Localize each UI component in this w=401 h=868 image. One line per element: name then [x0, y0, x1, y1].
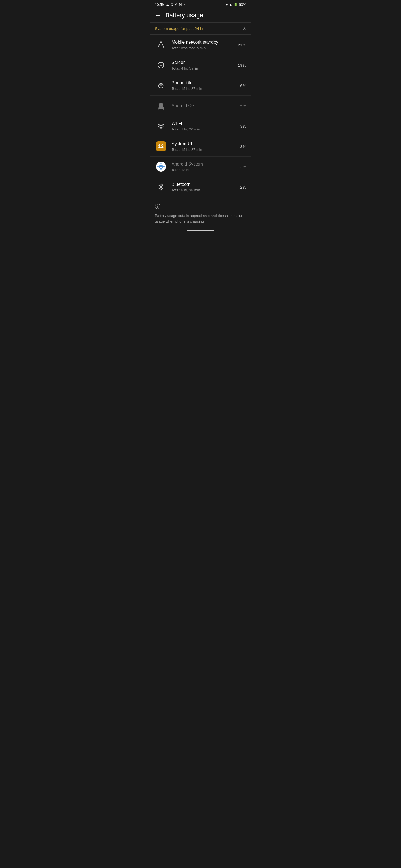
toolbar: ← Battery usage: [150, 8, 251, 22]
screen-icon: [155, 59, 167, 71]
battery-percent: 60%: [239, 2, 246, 7]
page-title: Battery usage: [165, 12, 203, 19]
item-percent: 21%: [236, 42, 246, 47]
battery-usage-list: Mobile network standby Total: less than …: [150, 35, 251, 197]
svg-point-8: [159, 103, 163, 107]
system-ui-badge-label: 12: [158, 144, 164, 149]
signal-status-icon: ▲: [229, 2, 232, 7]
item-subtitle: Total: less than a min: [172, 46, 236, 50]
power-icon: [155, 79, 167, 92]
svg-line-12: [162, 103, 163, 104]
item-percent: 2%: [236, 164, 246, 169]
item-subtitle: Total: 1 hr, 20 min: [172, 127, 236, 131]
signal-icon: [155, 39, 167, 51]
item-name: Screen: [172, 60, 236, 66]
list-item[interactable]: Mobile network standby Total: less than …: [150, 35, 251, 55]
cloud-icon: ☁: [166, 2, 169, 7]
svg-point-2: [161, 65, 162, 66]
system-ui-icon: 12: [155, 140, 167, 152]
battery-icon: 🔋: [234, 2, 238, 6]
footer: ⓘ Battery usage data is approximate and …: [150, 197, 251, 227]
section-header[interactable]: System usage for past 24 hr ∧: [150, 22, 251, 35]
back-button[interactable]: ←: [155, 12, 161, 19]
svg-rect-14: [157, 107, 159, 110]
chevron-up-icon: ∧: [243, 26, 246, 31]
nav-indicator: [150, 227, 251, 232]
svg-marker-0: [157, 41, 164, 48]
wifi-status-icon: ▾: [226, 2, 228, 7]
android-os-icon: [155, 100, 167, 112]
status-bar: 10:59 ☁ 𝕿 M M ● ▾ ▲ 🔋 60%: [150, 0, 251, 8]
item-subtitle: Total: 18 hr: [172, 168, 236, 172]
item-name: Mobile network standby: [172, 39, 236, 45]
dot-icon: ●: [183, 3, 185, 6]
android-system-icon: [155, 160, 167, 173]
svg-point-10: [162, 105, 162, 105]
status-left: 10:59 ☁ 𝕿 M M ●: [155, 2, 184, 7]
svg-point-9: [160, 105, 161, 105]
gmail-icon-2: M: [179, 2, 182, 6]
nav-pill: [187, 229, 214, 230]
gmail-icon-1: M: [175, 2, 177, 6]
status-time: 10:59: [155, 2, 164, 7]
list-item[interactable]: Android OS 5%: [150, 96, 251, 116]
item-percent: 6%: [236, 83, 246, 88]
svg-point-6: [161, 88, 161, 89]
list-item[interactable]: Phone idle Total: 15 hr, 27 min 6%: [150, 75, 251, 96]
list-item[interactable]: Wi-Fi Total: 1 hr, 20 min 3%: [150, 116, 251, 136]
status-right: ▾ ▲ 🔋 60%: [226, 2, 246, 7]
footer-disclaimer: Battery usage data is approximate and do…: [155, 213, 246, 224]
svg-rect-15: [163, 107, 164, 110]
item-subtitle: Total: 8 hr, 38 min: [172, 188, 236, 192]
item-percent: 2%: [236, 185, 246, 189]
item-name: System UI: [172, 141, 236, 147]
item-subtitle: Total: 15 hr, 27 min: [172, 87, 236, 91]
svg-point-19: [161, 166, 162, 167]
wifi-icon: [155, 120, 167, 132]
svg-point-16: [161, 128, 162, 129]
item-percent: 5%: [236, 103, 246, 108]
item-name: Android OS: [172, 103, 236, 109]
section-header-label: System usage for past 24 hr: [155, 26, 204, 31]
nytimes-icon: 𝕿: [171, 2, 173, 6]
svg-rect-13: [159, 107, 163, 109]
item-subtitle: Total: 4 hr, 5 min: [172, 66, 236, 70]
list-item[interactable]: 12 System UI Total: 15 hr, 27 min 3%: [150, 136, 251, 157]
svg-point-5: [159, 88, 160, 88]
list-item[interactable]: Bluetooth Total: 8 hr, 38 min 2%: [150, 177, 251, 197]
item-percent: 3%: [236, 124, 246, 128]
svg-point-7: [162, 88, 163, 88]
item-subtitle: Total: 15 hr, 27 min: [172, 148, 236, 152]
svg-line-11: [159, 103, 160, 104]
list-item[interactable]: Android System Total: 18 hr 2%: [150, 157, 251, 177]
item-percent: 19%: [236, 63, 246, 68]
item-name: Phone idle: [172, 80, 236, 86]
item-name: Android System: [172, 161, 236, 167]
bluetooth-icon: [155, 181, 167, 193]
info-icon: ⓘ: [155, 203, 161, 210]
item-name: Wi-Fi: [172, 121, 236, 127]
item-percent: 3%: [236, 144, 246, 149]
list-item[interactable]: Screen Total: 4 hr, 5 min 19%: [150, 55, 251, 75]
item-name: Bluetooth: [172, 182, 236, 187]
